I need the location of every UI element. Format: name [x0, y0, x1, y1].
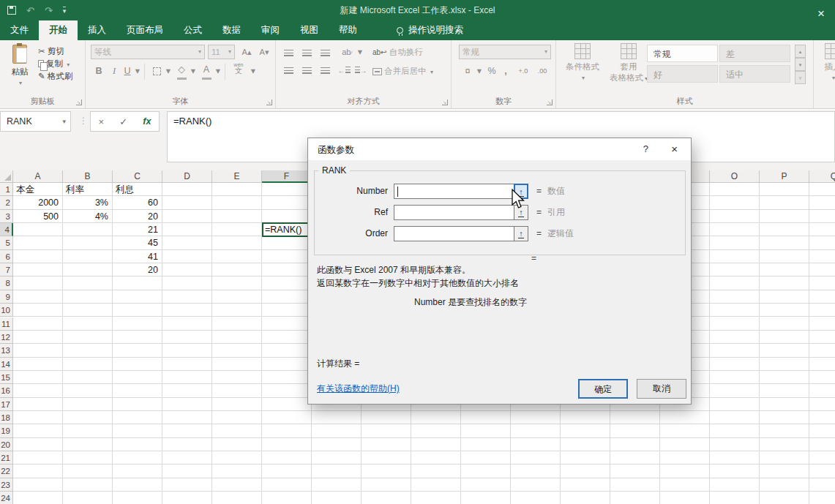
cancel-formula-icon[interactable]: × [99, 116, 105, 127]
order-range-picker-button[interactable]: ↑ [514, 226, 528, 241]
row-header-1[interactable]: 1 [0, 183, 13, 196]
phonetic-guide-button[interactable]: wén文 [231, 62, 247, 77]
tell-me-search[interactable]: 操作说明搜索 [389, 20, 471, 40]
fill-color-caret-icon[interactable]: ▾ [190, 64, 197, 78]
align-middle-button[interactable] [300, 46, 313, 61]
enter-formula-icon[interactable]: ✓ [119, 116, 127, 127]
row-header-4[interactable]: 4 [0, 223, 13, 236]
font-name-combo[interactable]: 等线▾ [91, 45, 205, 59]
function-help-link[interactable]: 有关该函数的帮助(H) [317, 383, 400, 395]
phonetic-caret-icon[interactable]: ▾ [250, 64, 257, 78]
row-header-12[interactable]: 12 [0, 331, 13, 344]
row-header-9[interactable]: 9 [0, 290, 13, 304]
cancel-button[interactable]: 取消 [637, 379, 686, 399]
formula-bar-handle-icon[interactable]: ⋮ [79, 116, 88, 126]
font-color-caret-icon[interactable]: ▾ [214, 64, 222, 78]
ok-button[interactable]: 确定 [578, 379, 628, 399]
cell-A2[interactable]: 2000 [13, 196, 63, 209]
column-header-D[interactable]: D [162, 170, 212, 183]
dialog-title-bar[interactable]: 函数参数 ? × [308, 138, 691, 160]
tab-insert[interactable]: 插入 [78, 20, 116, 40]
cell-C6[interactable]: 41 [113, 250, 162, 263]
styles-more-icon[interactable]: ▿ [795, 71, 806, 84]
wrap-text-button[interactable]: ab↩ 自动换行 [372, 45, 446, 59]
row-header-6[interactable]: 6 [0, 250, 13, 263]
column-header-O[interactable]: O [710, 170, 760, 183]
decrease-decimal-icon[interactable]: .00 [533, 64, 551, 78]
row-header-18[interactable]: 18 [0, 411, 13, 424]
dialog-close-icon[interactable]: × [671, 143, 678, 155]
align-center-button[interactable] [300, 64, 313, 78]
column-header-F[interactable]: F [262, 170, 312, 183]
underline-button[interactable]: U [122, 64, 132, 78]
row-header-24[interactable]: 24 [0, 492, 13, 504]
cell-C7[interactable]: 20 [113, 263, 162, 277]
row-header-2[interactable]: 2 [0, 196, 13, 209]
column-header-P[interactable]: P [760, 170, 809, 183]
alignment-dialog-launcher-icon[interactable] [442, 99, 448, 105]
copy-button[interactable]: 复制 ▾ [38, 58, 72, 70]
name-box-caret-icon[interactable]: ▾ [62, 112, 66, 131]
column-header-C[interactable]: C [113, 170, 162, 183]
bold-button[interactable]: B [93, 64, 105, 78]
format-as-table-button[interactable]: 套用 表格格式▾ [606, 43, 651, 83]
column-header-B[interactable]: B [63, 170, 113, 183]
cell-style-neutral[interactable]: 适中 [719, 65, 790, 83]
italic-button[interactable]: I [109, 64, 119, 78]
row-header-10[interactable]: 10 [0, 304, 13, 317]
number-field-input[interactable] [394, 184, 514, 199]
row-header-13[interactable]: 13 [0, 344, 13, 357]
column-header-E[interactable]: E [212, 170, 262, 183]
row-header-20[interactable]: 20 [0, 438, 13, 451]
clipboard-dialog-launcher-icon[interactable] [76, 99, 82, 105]
cell-style-bad[interactable]: 差 [719, 45, 790, 62]
tab-help[interactable]: 帮助 [329, 20, 367, 40]
cell-C3[interactable]: 20 [113, 210, 162, 223]
cell-C4[interactable]: 21 [113, 223, 162, 236]
row-header-14[interactable]: 14 [0, 358, 13, 371]
cell-style-good[interactable]: 好 [647, 65, 718, 83]
accounting-caret-icon[interactable]: ▾ [476, 64, 482, 78]
increase-decimal-icon[interactable]: +.0 [514, 64, 532, 78]
insert-cells-button[interactable]: 插入▾ [818, 43, 835, 81]
format-painter-button[interactable]: ✎ 格式刷 [38, 70, 72, 83]
row-header-5[interactable]: 5 [0, 236, 13, 249]
cell-B2[interactable]: 3% [63, 196, 113, 209]
fill-color-button[interactable]: ◇ [175, 62, 188, 77]
name-box[interactable]: RANK ▾ [0, 111, 71, 132]
decrease-indent-icon[interactable]: ← [337, 64, 351, 78]
row-header-22[interactable]: 22 [0, 464, 13, 478]
styles-scroll-down-icon[interactable]: ▾ [795, 58, 806, 71]
column-header-Q[interactable]: Q [809, 170, 835, 183]
cell-C5[interactable]: 45 [113, 236, 162, 249]
row-header-17[interactable]: 17 [0, 398, 13, 411]
row-header-16[interactable]: 16 [0, 384, 13, 397]
increase-font-icon[interactable]: A▴ [239, 45, 255, 59]
row-header-23[interactable]: 23 [0, 478, 13, 492]
cell-A1[interactable]: 本金 [13, 183, 63, 196]
cell-B1[interactable]: 利率 [63, 183, 113, 196]
number-dialog-launcher-icon[interactable] [547, 99, 553, 105]
row-header-3[interactable]: 3 [0, 210, 13, 223]
align-bottom-button[interactable] [318, 46, 332, 61]
tab-home[interactable]: 开始 [39, 20, 78, 40]
tab-file[interactable]: 文件 [0, 20, 39, 40]
paste-button[interactable]: 粘贴 ▾ [5, 43, 34, 99]
ref-field-input[interactable] [394, 205, 514, 220]
cut-button[interactable]: ✂ 剪切 [38, 45, 72, 58]
row-header-8[interactable]: 8 [0, 277, 13, 290]
merge-center-button[interactable]: 合并后居中 ▾ [372, 64, 446, 78]
select-all-corner[interactable] [0, 170, 13, 183]
align-right-button[interactable] [318, 64, 332, 78]
number-format-combo[interactable]: 常规▾ [459, 45, 551, 59]
row-header-21[interactable]: 21 [0, 451, 13, 464]
window-close-button[interactable]: × [817, 7, 825, 20]
align-top-button[interactable] [282, 46, 295, 61]
row-header-15[interactable]: 15 [0, 371, 13, 384]
tab-data[interactable]: 数据 [212, 20, 251, 40]
cell-style-normal[interactable]: 常规 [647, 45, 718, 62]
underline-caret-icon[interactable]: ▾ [134, 64, 141, 78]
tab-view[interactable]: 视图 [290, 20, 329, 40]
tab-formulas[interactable]: 公式 [173, 20, 212, 40]
increase-indent-icon[interactable]: → [354, 64, 367, 78]
